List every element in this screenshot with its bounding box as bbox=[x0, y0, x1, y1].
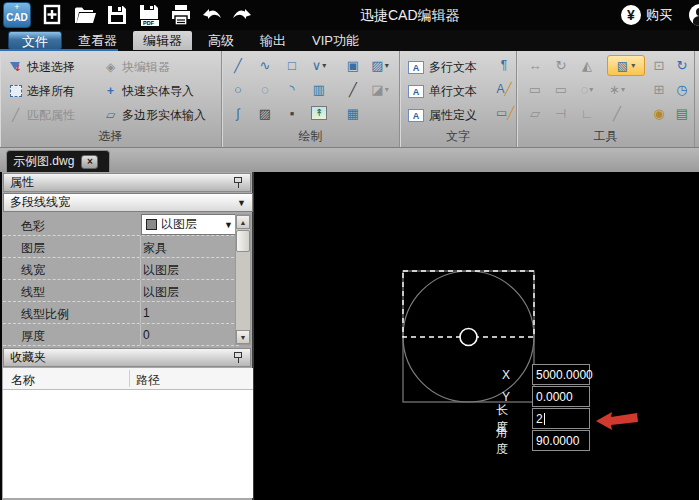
favorites-col-path[interactable]: 路径 bbox=[136, 372, 160, 389]
spline-icon[interactable]: ∫ bbox=[228, 103, 248, 123]
tab-close-icon[interactable]: × bbox=[81, 155, 98, 169]
favorites-col-name[interactable]: 名称 bbox=[11, 372, 35, 389]
menu-viewer[interactable]: 查看器 bbox=[68, 31, 127, 50]
select-all-button[interactable]: 选择所有 bbox=[8, 79, 75, 103]
pin-icon[interactable] bbox=[233, 351, 244, 364]
quick-entity-import-button[interactable]: + 快速实体导入 bbox=[103, 79, 206, 103]
properties-table: 色彩 以图层 ▼ 图层 家具 线宽 以图层 线型 以图层 线型比例 1 bbox=[3, 214, 239, 345]
length-input[interactable]: 2 bbox=[532, 408, 590, 429]
favorites-list[interactable] bbox=[3, 390, 253, 498]
selection-mode-button[interactable]: ▧▾ bbox=[607, 55, 645, 76]
color-swatch bbox=[146, 219, 157, 230]
plus-icon: + bbox=[103, 84, 118, 99]
multiline-text-icon: A bbox=[408, 61, 424, 74]
arc-icon[interactable]: ◝ bbox=[282, 79, 302, 99]
angle-input[interactable]: 90.0000 bbox=[532, 430, 590, 451]
match-properties-button: ╱ 匹配属性 bbox=[8, 103, 75, 127]
logo-text: CAD bbox=[4, 11, 30, 25]
menu-file[interactable]: 文件 bbox=[8, 31, 62, 50]
singleline-text-icon: A bbox=[408, 85, 424, 98]
ellipse-icon[interactable]: ◌ bbox=[255, 79, 275, 99]
scrollbar-thumb[interactable] bbox=[236, 230, 250, 252]
circle-icon[interactable]: ○ bbox=[228, 79, 248, 99]
group-label-tools: 工具 bbox=[517, 128, 694, 145]
red-arrow-annotation bbox=[596, 412, 638, 430]
drawing-canvas[interactable]: X 5000.0000 Y 0.0000 长度 2 角度 90.0000 bbox=[254, 172, 699, 500]
prop-row-color: 色彩 以图层 ▼ bbox=[3, 214, 239, 236]
menu-editor[interactable]: 编辑器 bbox=[133, 31, 192, 50]
menu-vip[interactable]: VIP功能 bbox=[302, 31, 369, 50]
group-label-select: 选择 bbox=[0, 128, 221, 145]
block-editor-icon: ◈ bbox=[103, 60, 118, 75]
copy-entity-icon[interactable]: ▥ bbox=[309, 79, 329, 99]
gradient-icon[interactable]: ╱ bbox=[343, 79, 363, 99]
redo-icon[interactable] bbox=[228, 3, 254, 27]
paste-special-icon: ▭ bbox=[551, 79, 571, 99]
save-as-pdf-icon[interactable]: PDF bbox=[136, 3, 162, 27]
document-tab[interactable]: 示例图.dwg × bbox=[6, 150, 110, 172]
sketch-icon[interactable]: ∿ bbox=[255, 55, 275, 75]
mirror-icon: ◭ bbox=[577, 55, 597, 75]
text-caret bbox=[544, 413, 545, 425]
color-dropdown[interactable]: 以图层 ▼ bbox=[141, 214, 238, 235]
polyline-icon[interactable]: ∨▾ bbox=[309, 55, 329, 75]
group-icon: ⊞ bbox=[649, 79, 669, 99]
menu-output[interactable]: 输出 bbox=[250, 31, 296, 50]
properties-scrollbar[interactable]: ▲ ▼ bbox=[235, 214, 251, 345]
save-icon[interactable] bbox=[104, 3, 130, 27]
group-label-draw: 绘制 bbox=[222, 128, 399, 145]
user-account-icon[interactable] bbox=[689, 4, 699, 26]
insert-block-icon[interactable]: ▣ bbox=[343, 55, 363, 75]
properties-header: 属性 bbox=[3, 173, 251, 192]
line-icon[interactable]: ╱ bbox=[228, 55, 248, 75]
y-input[interactable]: 0.0000 bbox=[532, 386, 590, 407]
prop-row-ltscale: 线型比例 1 bbox=[3, 302, 239, 324]
scroll-down-icon[interactable]: ▼ bbox=[236, 330, 250, 344]
menu-bar: 文件 查看器 编辑器 高级 输出 VIP功能 bbox=[0, 30, 699, 51]
ribbon: ↯ 快速选择 选择所有 ╱ 匹配属性 ◈ 块编辑器 + 快速实体导入 ▱ bbox=[0, 51, 699, 148]
singleline-text-button[interactable]: A 单行文本 bbox=[408, 79, 477, 103]
clip-icon: ◪▾ bbox=[370, 79, 390, 99]
sync-icon[interactable]: ↻ bbox=[672, 55, 692, 75]
ribbon-group-tools: ↔ ↻ ◭ ▧▾ ⊡ ↻ ▭ ▭ ◌▾ ∗▾ ⊞ ◷ ▱ ⊣ ∟ ╱ ◉ ▤ 工… bbox=[517, 51, 695, 147]
text-scale-icon[interactable]: ¶ bbox=[496, 58, 512, 74]
ribbon-group-select: ↯ 快速选择 选择所有 ╱ 匹配属性 ◈ 块编辑器 + 快速实体导入 ▱ bbox=[0, 51, 222, 147]
image-icon[interactable]: ↟ bbox=[309, 103, 329, 123]
erase-icon: ◌▾ bbox=[577, 79, 597, 99]
open-file-icon[interactable] bbox=[72, 3, 98, 27]
quick-select-button[interactable]: ↯ 快速选择 bbox=[8, 55, 75, 79]
hatch-icon[interactable]: ▨ bbox=[255, 103, 275, 123]
scroll-up-icon[interactable]: ▲ bbox=[236, 215, 250, 229]
selection-box-icon bbox=[8, 84, 23, 99]
menu-advanced[interactable]: 高级 bbox=[198, 31, 244, 50]
history-icon[interactable]: ◷ bbox=[672, 79, 692, 99]
center-grip bbox=[460, 329, 477, 346]
left-panel: 属性 多段线线宽 ▼ 色彩 以图层 ▼ 图层 家具 线宽 以图层 线型 以 bbox=[0, 172, 254, 500]
render-icon[interactable]: ◉ bbox=[649, 103, 669, 123]
chevron-down-icon: ▼ bbox=[224, 220, 233, 230]
prop-row-lineweight: 线宽 以图层 bbox=[3, 258, 239, 280]
table-icon[interactable]: ▦ bbox=[343, 103, 363, 123]
app-title: 迅捷CAD编辑器 bbox=[360, 7, 460, 25]
pin-icon[interactable] bbox=[233, 176, 244, 189]
funnel-icon: ↯ bbox=[8, 60, 23, 75]
polygon-entity-input-button[interactable]: ▱ 多边形实体输入 bbox=[103, 103, 206, 127]
point-icon[interactable]: ▪ bbox=[282, 103, 302, 123]
buy-button[interactable]: ¥ 购买 bbox=[621, 4, 672, 26]
multiline-text-button[interactable]: A 多行文本 bbox=[408, 55, 477, 79]
print-icon[interactable] bbox=[168, 3, 194, 27]
property-type-dropdown[interactable]: 多段线线宽 ▼ bbox=[3, 193, 253, 212]
rectangle-icon[interactable]: □ bbox=[282, 55, 302, 75]
region-icon[interactable]: ▨▾ bbox=[370, 55, 390, 75]
edit-text-icon[interactable]: A╱ bbox=[496, 82, 512, 98]
attribute-define-button[interactable]: A 属性定义 bbox=[408, 103, 477, 127]
x-input[interactable]: 5000.0000 bbox=[532, 364, 590, 385]
undo-icon[interactable] bbox=[200, 3, 226, 27]
edit-attribute-icon[interactable]: ▭╱ bbox=[496, 106, 512, 122]
new-file-icon[interactable] bbox=[40, 3, 66, 27]
document-tab-bar: 示例图.dwg × bbox=[0, 148, 699, 172]
chevron-down-icon: ▼ bbox=[237, 198, 246, 208]
library-icon[interactable]: ▤ bbox=[672, 103, 692, 123]
app-logo-icon: + CAD bbox=[3, 2, 31, 28]
chamfer-icon: ╱ bbox=[607, 103, 627, 123]
